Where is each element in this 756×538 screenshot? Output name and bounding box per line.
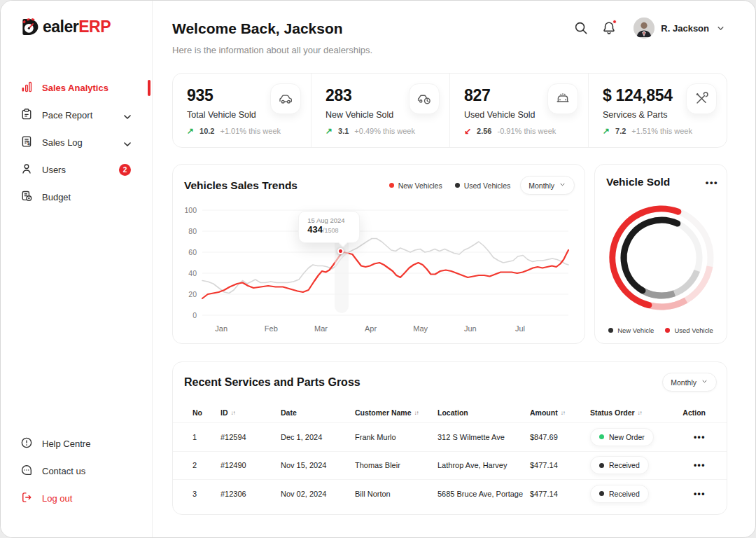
status-badge: Received: [590, 485, 649, 503]
row-actions-button[interactable]: •••: [694, 460, 706, 470]
chevron-down-icon: [715, 23, 726, 34]
status-dot-icon: [599, 491, 604, 496]
sidebar-item-help-centre[interactable]: Help Centre: [1, 430, 152, 457]
sidebar: ealerERP Sales Analytics Pace Report $ S…: [1, 1, 153, 537]
user-icon: [20, 163, 33, 177]
chevron-down-icon: [701, 378, 708, 387]
status-badge: Received: [590, 456, 649, 474]
column-header-action: Action: [682, 408, 706, 417]
column-header-id[interactable]: ID: [220, 408, 281, 417]
sidebar-item-log-out[interactable]: Log out: [1, 485, 152, 512]
column-header-customer-name[interactable]: Customer Name: [355, 408, 438, 417]
trend-arrow-icon: [326, 126, 332, 136]
sidebar-nav: Sales Analytics Pace Report $ Sales Log …: [1, 74, 152, 211]
sidebar-item-label: Budget: [42, 192, 71, 202]
cell-action: •••: [682, 432, 706, 442]
line-chart: 020406080100JanFebMarAprMayJunJul: [173, 165, 586, 345]
sidebar-item-budget[interactable]: Budget: [1, 184, 152, 211]
vehicle-sold-card: Vehicle Sold ••• New Vehicle Used Vehicl…: [594, 164, 727, 344]
sidebar-item-sales-analytics[interactable]: Sales Analytics: [1, 74, 152, 102]
page-subtitle: Here is the information about all your d…: [172, 45, 372, 55]
car-front-icon: [547, 83, 578, 114]
table-row[interactable]: 1 #12594 Dec 1, 2024 Frank Murlo 312 S W…: [173, 422, 727, 451]
speedometer-logo-icon: [20, 16, 41, 38]
clipboard-icon: [20, 108, 33, 123]
cell-amount: $477.14: [530, 490, 590, 498]
sidebar-item-label: Sales Log: [42, 137, 83, 148]
cell-status: Received: [590, 485, 682, 503]
stat-trend: 3.1 +0.49% this week: [326, 126, 438, 136]
svg-text:Apr: Apr: [365, 324, 377, 333]
status-label: Received: [609, 490, 640, 498]
table-row[interactable]: 2 #12490 Nov 15, 2024 Thomas Bleir Lathr…: [173, 451, 727, 480]
series-new-vehicles: [202, 250, 568, 298]
cell-location: 5685 Bruce Ave, Portage: [438, 490, 530, 498]
stat-trend: 10.2 +1.01% this week: [187, 126, 300, 136]
svg-text:0: 0: [192, 311, 197, 319]
chevron-down-icon: [121, 111, 131, 120]
users-count-badge: 2: [119, 164, 131, 176]
stat-trend: 2.56 -0.91% this week: [464, 126, 577, 136]
search-button[interactable]: [573, 20, 589, 36]
sidebar-item-label: Sales Analytics: [42, 83, 108, 93]
cell-id: #12306: [220, 490, 281, 498]
sidebar-item-sales-log[interactable]: $ Sales Log: [1, 129, 152, 156]
status-label: New Order: [609, 433, 645, 441]
legend-item: Used Vehicle: [665, 326, 713, 334]
brand-name: ealerERP: [43, 18, 111, 36]
sidebar-item-label: Log out: [42, 493, 72, 504]
column-header-location: Location: [438, 408, 530, 417]
donut-chart: [606, 202, 718, 317]
legend-dot-icon: [608, 328, 613, 333]
trend-change: +1.51% this week: [631, 127, 692, 135]
chevron-down-icon: [121, 138, 131, 148]
column-header-status-order[interactable]: Status Order: [590, 408, 682, 417]
donut-legend: New Vehicle Used Vehicle: [595, 326, 727, 334]
table-period-select[interactable]: Monthly: [662, 373, 717, 392]
avatar: [634, 18, 654, 39]
status-label: Received: [609, 461, 640, 469]
page-title: Welcome Back, Jackson: [172, 20, 343, 37]
cell-status: Received: [590, 456, 682, 474]
cell-customer: Thomas Bleir: [355, 461, 438, 469]
legend-label: Used Vehicle: [674, 326, 713, 334]
recent-services-card: Recent Services and Parts Gross Monthly …: [172, 361, 727, 515]
chat-icon: [20, 464, 33, 478]
svg-text:May: May: [413, 324, 428, 333]
cell-amount: $477.14: [530, 461, 590, 469]
stat-card: $ 124,854 Services & Parts 7.2 +1.51% th…: [588, 74, 727, 147]
cell-status: New Order: [590, 428, 682, 446]
header-actions: R. Jackson: [573, 18, 726, 39]
svg-text:Jul: Jul: [515, 324, 525, 333]
trend-value: 2.56: [477, 127, 491, 135]
user-menu[interactable]: R. Jackson: [634, 18, 726, 39]
active-indicator: [148, 80, 150, 96]
trend-change: +0.49% this week: [354, 127, 415, 135]
cell-no: 1: [192, 433, 220, 441]
svg-text:Jun: Jun: [464, 324, 477, 333]
sidebar-item-users[interactable]: Users 2: [1, 156, 152, 184]
cell-location: Lathrop Ave, Harvey: [438, 461, 530, 469]
trend-value: 3.1: [338, 127, 349, 135]
cell-date: Dec 1, 2024: [281, 433, 355, 441]
tooltip-date: 15 Aug 2024: [307, 216, 359, 224]
status-dot-icon: [599, 463, 604, 468]
svg-text:Feb: Feb: [265, 324, 278, 333]
svg-text:Jan: Jan: [215, 324, 227, 333]
table-row[interactable]: 3 #12306 Nov 02, 2024 Bill Norton 5685 B…: [173, 479, 727, 508]
notifications-button[interactable]: [601, 20, 617, 36]
trend-change: -0.91% this week: [497, 127, 556, 135]
sidebar-item-contact-us[interactable]: Contact us: [1, 457, 152, 485]
svg-text:Mar: Mar: [314, 324, 328, 333]
column-header-amount[interactable]: Amount: [530, 408, 590, 417]
budget-icon: [20, 190, 33, 205]
row-actions-button[interactable]: •••: [694, 432, 706, 442]
card-menu-button[interactable]: •••: [706, 177, 718, 188]
row-actions-button[interactable]: •••: [694, 489, 706, 499]
car-icon: [270, 83, 301, 114]
user-name: R. Jackson: [661, 23, 709, 34]
svg-text:40: 40: [188, 269, 197, 277]
stat-card: 283 New Vehicle Sold 3.1 +0.49% this wee…: [311, 74, 449, 147]
sidebar-item-pace-report[interactable]: Pace Report: [1, 102, 152, 129]
status-badge: New Order: [590, 428, 654, 446]
